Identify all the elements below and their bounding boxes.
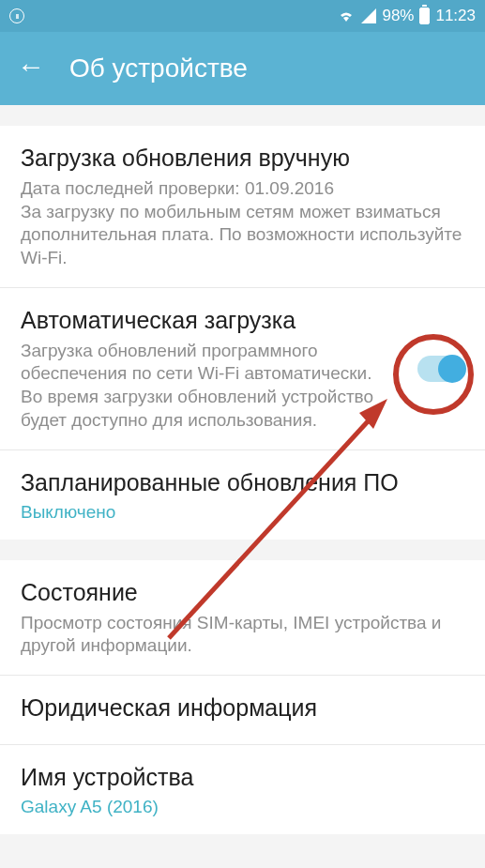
item-auto-download[interactable]: Автоматическая загрузка Загрузка обновле… <box>0 288 485 450</box>
item-title: Состояние <box>21 577 464 607</box>
toggle-knob <box>438 355 466 383</box>
item-value-link: Galaxy A5 (2016) <box>21 797 464 817</box>
section-gap <box>0 540 485 560</box>
page-title: Об устройстве <box>69 53 248 84</box>
item-status[interactable]: Состояние Просмотр состояния SIM-карты, … <box>0 560 485 676</box>
signal-icon <box>361 8 376 23</box>
status-bar: 98% 11:23 <box>0 0 485 32</box>
item-title: Юридическая информация <box>21 693 464 723</box>
clock: 11:23 <box>435 7 476 25</box>
item-title: Имя устройства <box>21 762 464 792</box>
settings-group-1: Загрузка обновления вручную Дата последн… <box>0 126 485 540</box>
section-gap <box>0 105 485 126</box>
battery-icon <box>419 8 430 24</box>
item-device-name[interactable]: Имя устройства Galaxy A5 (2016) <box>0 745 485 834</box>
item-title: Автоматическая загрузка <box>21 305 389 335</box>
item-title: Загрузка обновления вручную <box>21 143 464 173</box>
item-manual-download[interactable]: Загрузка обновления вручную Дата последн… <box>0 126 485 288</box>
item-title: Запланированные обновления ПО <box>21 467 464 497</box>
item-legal-info[interactable]: Юридическая информация <box>0 676 485 745</box>
item-subtitle: Просмотр состояния SIM-карты, IMEI устро… <box>21 612 464 658</box>
battery-percent: 98% <box>382 7 414 25</box>
back-arrow-icon[interactable]: ← <box>17 51 45 83</box>
item-value-link: Выключено <box>21 502 464 523</box>
item-subtitle: Дата последней проверки: 01.09.2016 За з… <box>21 177 464 270</box>
pause-icon <box>9 8 24 23</box>
app-header: ← Об устройстве <box>0 32 485 105</box>
settings-group-2: Состояние Просмотр состояния SIM-карты, … <box>0 560 485 834</box>
item-scheduled-updates[interactable]: Запланированные обновления ПО Выключено <box>0 450 485 540</box>
wifi-icon <box>337 8 356 23</box>
item-subtitle: Загрузка обновлений программного обеспеч… <box>21 340 389 433</box>
auto-download-toggle[interactable] <box>417 356 464 382</box>
